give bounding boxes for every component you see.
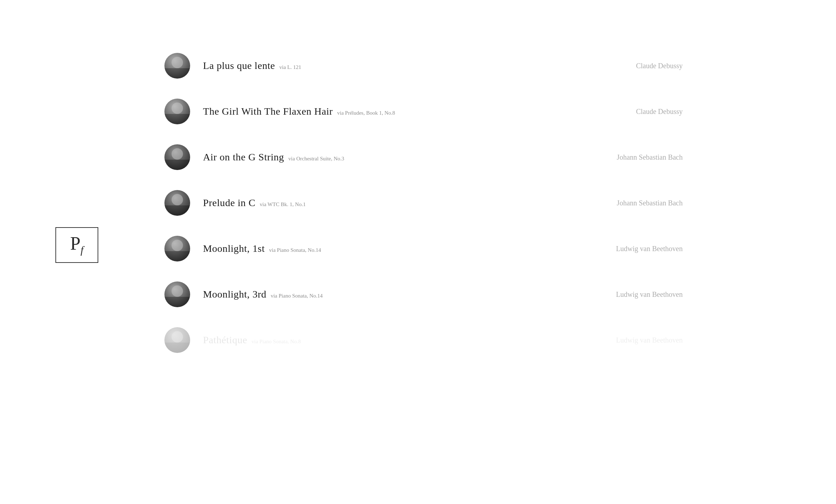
track-composer: Johann Sebastian Bach <box>617 199 683 207</box>
track-title: Prelude in C <box>203 197 256 208</box>
track-subtitle: via Piano Sonata, No.8 <box>252 339 301 344</box>
track-item[interactable]: Pathétique via Piano Sonata, No.8 Ludwig… <box>164 317 486 363</box>
track-item[interactable]: La plus que lente via L. 121 Claude Debu… <box>164 43 486 89</box>
track-item[interactable]: Prelude in C via WTC Bk. 1, No.1 Johann … <box>164 180 486 226</box>
track-list: La plus que lente via L. 121 Claude Debu… <box>164 29 486 363</box>
logo-subscript: f <box>80 244 83 256</box>
composer-avatar <box>164 99 190 124</box>
track-info: Air on the G String via Orchestral Suite… <box>203 151 486 163</box>
track-subtitle: via Préludes, Book 1, No.8 <box>337 110 395 116</box>
track-title: La plus que lente <box>203 60 275 71</box>
composer-avatar <box>164 190 190 216</box>
track-item[interactable]: Moonlight, 1st via Piano Sonata, No.14 L… <box>164 226 486 271</box>
composer-avatar <box>164 281 190 307</box>
track-info: Prelude in C via WTC Bk. 1, No.1 <box>203 197 486 209</box>
logo-box: Pf <box>55 227 98 263</box>
track-composer: Johann Sebastian Bach <box>617 153 683 161</box>
track-composer: Claude Debussy <box>636 108 683 116</box>
track-composer: Ludwig van Beethoven <box>616 336 683 344</box>
track-composer: Ludwig van Beethoven <box>616 290 683 299</box>
track-info: The Girl With The Flaxen Hair via Prélud… <box>203 106 486 117</box>
track-info: Moonlight, 3rd via Piano Sonata, No.14 <box>203 289 486 300</box>
track-item[interactable]: Moonlight, 3rd via Piano Sonata, No.14 L… <box>164 271 486 317</box>
track-item[interactable]: The Girl With The Flaxen Hair via Prélud… <box>164 89 486 134</box>
track-subtitle: via Piano Sonata, No.14 <box>269 247 321 253</box>
track-info: Pathétique via Piano Sonata, No.8 <box>203 334 486 346</box>
track-title: Pathétique <box>203 334 247 345</box>
track-subtitle: via L. 121 <box>280 64 301 70</box>
composer-avatar <box>164 327 190 353</box>
track-item[interactable]: Air on the G String via Orchestral Suite… <box>164 134 486 180</box>
composer-avatar <box>164 236 190 261</box>
track-composer: Ludwig van Beethoven <box>616 245 683 253</box>
track-composer: Claude Debussy <box>636 62 683 70</box>
page-container: Pf La plus que lente via L. 121 Claude D… <box>0 0 836 504</box>
composer-avatar <box>164 53 190 79</box>
track-info: La plus que lente via L. 121 <box>203 60 486 71</box>
track-info: Moonlight, 1st via Piano Sonata, No.14 <box>203 243 486 254</box>
logo-area: Pf <box>55 227 98 263</box>
track-title: Air on the G String <box>203 151 284 163</box>
track-subtitle: via Piano Sonata, No.14 <box>271 293 322 299</box>
track-subtitle: via Orchestral Suite, No.3 <box>288 156 344 161</box>
track-subtitle: via WTC Bk. 1, No.1 <box>260 201 306 207</box>
track-title: The Girl With The Flaxen Hair <box>203 106 333 117</box>
logo-text: Pf <box>70 234 83 255</box>
track-title: Moonlight, 3rd <box>203 289 266 300</box>
composer-avatar <box>164 144 190 170</box>
track-title: Moonlight, 1st <box>203 243 265 254</box>
